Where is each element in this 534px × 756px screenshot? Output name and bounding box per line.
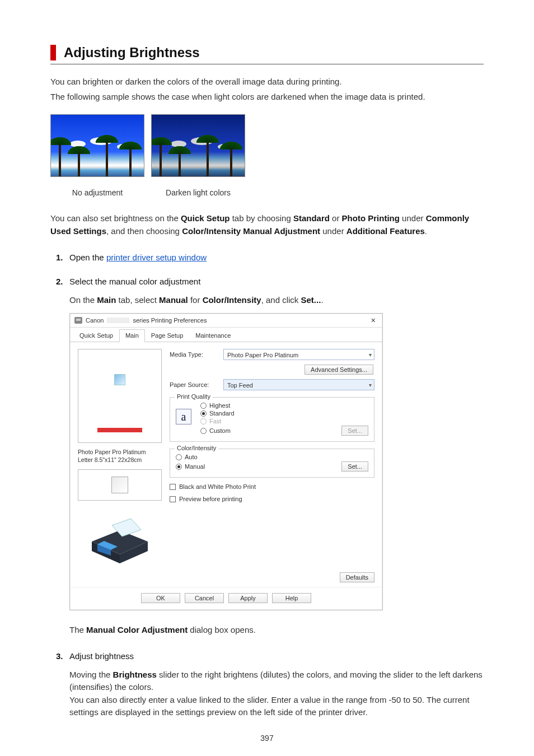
label-paper-source: Paper Source: — [170, 381, 219, 388]
tab-main[interactable]: Main — [119, 329, 145, 342]
step-2-sub: On the Main tab, select Manual for Color… — [69, 294, 484, 307]
also-set-paragraph: You can also set brightness on the Quick… — [50, 212, 484, 238]
step-1-lead: Open the — [69, 253, 106, 262]
page-title: Adjusting Brightness — [64, 45, 484, 60]
intro-line-1: You can brighten or darken the colors of… — [50, 76, 484, 88]
quality-standard-radio[interactable] — [200, 410, 207, 417]
step-2-number: 2. — [56, 277, 63, 286]
defaults-button[interactable]: Defaults — [340, 572, 374, 582]
step-3-number: 3. — [56, 651, 63, 661]
tab-maintenance[interactable]: Maintenance — [189, 329, 237, 342]
ci-set-button[interactable]: Set... — [341, 461, 368, 472]
printer-driver-setup-link[interactable]: printer driver setup window — [106, 253, 207, 262]
print-quality-group: Print Quality a Highest Standard Fast — [170, 397, 374, 442]
step-1-number: 1. — [56, 253, 63, 262]
step-2-after: The Manual Color Adjustment dialog box o… — [69, 624, 484, 637]
print-quality-legend: Print Quality — [175, 393, 213, 400]
media-type-select[interactable]: Photo Paper Pro Platinum — [223, 349, 374, 360]
bw-print-checkbox[interactable] — [170, 484, 176, 490]
preview-checkbox[interactable] — [170, 496, 176, 502]
quality-highest-radio[interactable] — [200, 403, 207, 409]
title-rule — [50, 64, 484, 64]
tab-quick-setup[interactable]: Quick Setup — [73, 329, 119, 342]
dialog-title-prefix: Canon — [86, 317, 104, 324]
apply-button[interactable]: Apply — [228, 593, 268, 603]
quality-sample-icon: a — [176, 409, 191, 424]
color-intensity-legend: Color/Intensity — [175, 445, 218, 451]
bw-print-label: Black and White Photo Print — [179, 483, 256, 490]
printer-icon — [74, 317, 82, 324]
ci-auto-radio[interactable] — [176, 454, 182, 460]
label-media-type: Media Type: — [170, 351, 219, 358]
intro-line-2: The following sample shows the case when… — [50, 91, 484, 104]
dialog-title-suffix: series Printing Preferences — [133, 317, 207, 324]
step-3-para: Moving the Brightness slider to the righ… — [69, 669, 484, 719]
paper-label: Photo Paper Pro Platinum Letter 8.5"x11"… — [78, 449, 162, 464]
step-3-heading: Adjust brightness — [69, 651, 484, 661]
quality-set-button: Set... — [341, 426, 368, 436]
sample-darkened — [151, 114, 245, 177]
quality-fast-radio — [200, 418, 207, 424]
printing-preferences-dialog: Canon series Printing Preferences × Quic… — [69, 313, 383, 610]
ci-manual-radio[interactable] — [176, 464, 182, 470]
sample-images: No adjustment Darken light colors — [50, 114, 484, 197]
advanced-settings-button[interactable]: Advanced Settings... — [305, 365, 373, 375]
ok-button[interactable]: OK — [141, 593, 180, 603]
preview-label: Preview before printing — [179, 496, 242, 502]
quality-custom-radio[interactable] — [200, 428, 207, 434]
cancel-button[interactable]: Cancel — [185, 593, 224, 603]
help-button[interactable]: Help — [272, 593, 311, 603]
step-2-heading: Select the manual color adjustment — [69, 277, 484, 286]
color-preview — [78, 469, 162, 501]
caption-darkened: Darken light colors — [166, 188, 231, 197]
dialog-title-model-placeholder — [107, 318, 129, 323]
color-intensity-group: Color/Intensity Auto Manual Set... — [170, 449, 374, 478]
page-preview — [78, 349, 162, 443]
page-number: 397 — [0, 734, 534, 743]
sample-no-adjustment — [50, 114, 144, 177]
caption-no-adjustment: No adjustment — [72, 188, 123, 197]
close-icon[interactable]: × — [369, 316, 378, 324]
printer-3d-icon — [78, 506, 162, 568]
paper-source-select[interactable]: Top Feed — [223, 379, 374, 390]
tab-page-setup[interactable]: Page Setup — [145, 329, 190, 342]
